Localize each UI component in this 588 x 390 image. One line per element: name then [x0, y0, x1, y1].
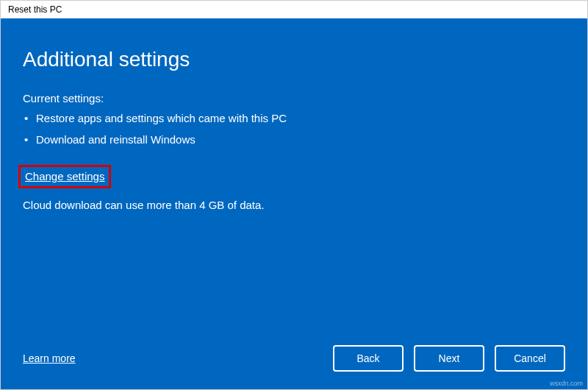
cloud-download-note: Cloud download can use more than 4 GB of…: [23, 199, 565, 211]
learn-more-link[interactable]: Learn more: [23, 352, 76, 364]
titlebar: Reset this PC: [1, 1, 587, 18]
change-settings-link[interactable]: Change settings: [25, 170, 104, 182]
next-button[interactable]: Next: [414, 345, 484, 372]
content-area: Additional settings Current settings: Re…: [1, 18, 587, 389]
back-button[interactable]: Back: [333, 345, 404, 372]
window-title: Reset this PC: [8, 4, 62, 15]
reset-pc-window: Reset this PC Additional settings Curren…: [0, 0, 588, 390]
button-row: Back Next Cancel: [333, 345, 565, 372]
highlight-box: Change settings: [18, 165, 111, 188]
page-title: Additional settings: [23, 48, 565, 71]
footer: Learn more Back Next Cancel: [23, 345, 565, 372]
settings-list: Restore apps and settings which came wit…: [23, 112, 565, 155]
list-item: Restore apps and settings which came wit…: [23, 112, 565, 124]
list-item: Download and reinstall Windows: [23, 133, 565, 146]
cancel-button[interactable]: Cancel: [495, 345, 565, 372]
current-settings-label: Current settings:: [23, 92, 565, 104]
watermark: wsxdn.com: [550, 380, 583, 387]
